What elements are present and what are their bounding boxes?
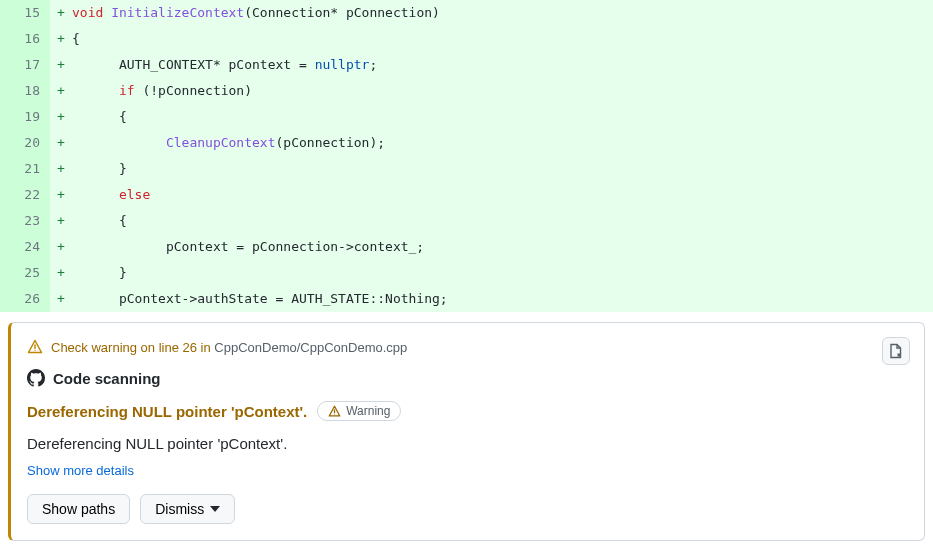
line-number: 18 <box>0 78 50 104</box>
dismiss-button[interactable]: Dismiss <box>140 494 235 524</box>
addition-marker: + <box>50 52 72 78</box>
file-icon <box>888 343 904 359</box>
code-scanning-label: Code scanning <box>53 370 161 387</box>
line-number: 16 <box>0 26 50 52</box>
line-number: 19 <box>0 104 50 130</box>
code-line: 21+ } <box>0 156 933 182</box>
diff-code-block: 15+void InitializeContext(Connection* pC… <box>0 0 933 312</box>
addition-marker: + <box>50 182 72 208</box>
alert-heading-text: Check warning on line 26 in <box>51 340 214 355</box>
line-number: 25 <box>0 260 50 286</box>
addition-marker: + <box>50 104 72 130</box>
code-content: if (!pConnection) <box>72 78 933 104</box>
show-paths-button[interactable]: Show paths <box>27 494 130 524</box>
code-line: 22+ else <box>0 182 933 208</box>
line-number: 15 <box>0 0 50 26</box>
alert-heading: Check warning on line 26 in CppConDemo/C… <box>27 339 908 355</box>
code-content: void InitializeContext(Connection* pConn… <box>72 0 933 26</box>
warning-triangle-icon <box>27 339 43 355</box>
code-content: { <box>72 208 933 234</box>
alert-rule-row: Dereferencing NULL pointer 'pContext'. W… <box>27 401 908 421</box>
show-more-details-link[interactable]: Show more details <box>27 463 134 478</box>
code-content: { <box>72 104 933 130</box>
code-line: 25+ } <box>0 260 933 286</box>
show-paths-label: Show paths <box>42 501 115 517</box>
line-number: 22 <box>0 182 50 208</box>
line-number: 17 <box>0 52 50 78</box>
caret-down-icon <box>210 506 220 512</box>
addition-marker: + <box>50 234 72 260</box>
code-scanning-title: Code scanning <box>27 369 908 387</box>
code-content: AUTH_CONTEXT* pContext = nullptr; <box>72 52 933 78</box>
severity-badge: Warning <box>317 401 401 421</box>
code-content: } <box>72 260 933 286</box>
code-line: 15+void InitializeContext(Connection* pC… <box>0 0 933 26</box>
severity-text: Warning <box>346 404 390 418</box>
code-content: { <box>72 26 933 52</box>
addition-marker: + <box>50 130 72 156</box>
line-number: 26 <box>0 286 50 312</box>
code-content: pContext->authState = AUTH_STATE::Nothin… <box>72 286 933 312</box>
line-number: 24 <box>0 234 50 260</box>
alert-button-row: Show paths Dismiss <box>27 494 908 524</box>
addition-marker: + <box>50 286 72 312</box>
addition-marker: + <box>50 78 72 104</box>
line-number: 20 <box>0 130 50 156</box>
code-line: 24+ pContext = pConnection->context_; <box>0 234 933 260</box>
code-content: CleanupContext(pConnection); <box>72 130 933 156</box>
code-line: 19+ { <box>0 104 933 130</box>
code-line: 18+ if (!pConnection) <box>0 78 933 104</box>
code-content: else <box>72 182 933 208</box>
view-file-button[interactable] <box>882 337 910 365</box>
code-content: } <box>72 156 933 182</box>
line-number: 23 <box>0 208 50 234</box>
code-line: 20+ CleanupContext(pConnection); <box>0 130 933 156</box>
code-scanning-alert: Check warning on line 26 in CppConDemo/C… <box>8 322 925 541</box>
code-line: 23+ { <box>0 208 933 234</box>
alert-file-path: CppConDemo/CppConDemo.cpp <box>214 340 407 355</box>
dismiss-label: Dismiss <box>155 501 204 517</box>
code-content: pContext = pConnection->context_; <box>72 234 933 260</box>
addition-marker: + <box>50 0 72 26</box>
code-line: 16+{ <box>0 26 933 52</box>
addition-marker: + <box>50 156 72 182</box>
line-number: 21 <box>0 156 50 182</box>
svg-point-3 <box>334 413 335 414</box>
code-line: 17+ AUTH_CONTEXT* pContext = nullptr; <box>0 52 933 78</box>
svg-point-1 <box>34 350 35 351</box>
code-line: 26+ pContext->authState = AUTH_STATE::No… <box>0 286 933 312</box>
alert-top-actions <box>882 337 910 365</box>
addition-marker: + <box>50 260 72 286</box>
addition-marker: + <box>50 26 72 52</box>
github-icon <box>27 369 45 387</box>
alert-rule-name: Dereferencing NULL pointer 'pContext'. <box>27 403 307 420</box>
addition-marker: + <box>50 208 72 234</box>
warning-triangle-icon <box>328 405 341 418</box>
alert-description: Dereferencing NULL pointer 'pContext'. <box>27 435 908 452</box>
